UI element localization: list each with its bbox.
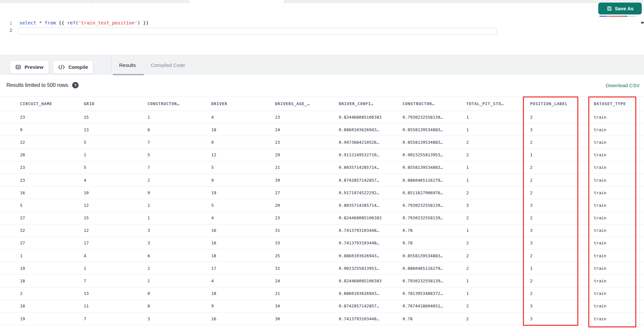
table-cell: 12 (84, 228, 147, 233)
table-cell: 0.8742857142857… (339, 178, 402, 183)
table-cell: 0.824468085106383 (339, 215, 402, 220)
table-cell: 1 (147, 203, 211, 208)
table-cell: 0.9023255813953… (339, 266, 402, 271)
table-cell: 0.7413793103448… (339, 241, 402, 245)
table-cell: 9 (147, 190, 211, 195)
table-cell: 4 (211, 115, 275, 120)
table-cell: 0.78 (402, 241, 466, 245)
annotation-box-dataset-type (588, 96, 636, 327)
table-cell: 0.7813953488372… (402, 291, 466, 296)
table-cell: 16 (211, 228, 275, 233)
table-cell: 2 (147, 266, 211, 271)
table-cell: 28 (20, 152, 84, 157)
table-cell: 0.8035714285714… (339, 203, 402, 208)
code-icon (58, 65, 65, 70)
table-cell: 0.8860103626943… (339, 291, 402, 296)
table-cell: 32 (20, 228, 84, 233)
table-cell: 12 (84, 203, 147, 208)
table-cell: 0.824468085106383 (339, 278, 402, 283)
active-file-tab[interactable] (189, 0, 284, 3)
table-cell: 2 (466, 316, 530, 321)
table-cell: 5 (20, 203, 84, 208)
table-cell: 19 (20, 316, 84, 321)
results-limit-note: Results limited to 500 rows. (6, 82, 70, 88)
table-cell: 0.7413793103448… (339, 228, 402, 233)
code-token: * (39, 20, 42, 25)
table-cell: 2 (466, 152, 530, 157)
preview-button[interactable]: Preview (10, 60, 49, 74)
code-token: 'train_test_position' (78, 20, 137, 25)
table-cell: 22 (20, 140, 84, 145)
table-cell: 2 (20, 291, 84, 296)
annotation-box-position-label (523, 96, 578, 326)
help-icon[interactable]: ? (72, 82, 79, 88)
table-cell: 16 (211, 316, 275, 321)
table-cell: 20 (275, 203, 339, 208)
active-tab-underline (113, 74, 144, 75)
table-cell: 1 (147, 115, 211, 120)
table-cell: 9 (20, 127, 84, 132)
table-cell: 1 (84, 266, 147, 271)
table-cell: 0.8860465116279… (402, 178, 466, 183)
table-cell: 23 (275, 215, 339, 220)
table-cell: 7 (147, 140, 211, 145)
tab-results[interactable]: Results (119, 55, 136, 75)
table-cell: 0.8558139534883… (402, 140, 466, 145)
table-cell: 1 (466, 127, 530, 132)
code-line[interactable]: select * from {{ ref('train_test_positio… (19, 20, 149, 25)
table-cell: 7 (84, 316, 147, 321)
save-as-button[interactable]: Save As (598, 3, 642, 14)
table-cell: 2 (147, 178, 211, 183)
table-cell: 1 (147, 278, 211, 283)
table-cell: 1 (466, 291, 530, 296)
table-cell: 25 (275, 253, 339, 258)
table-cell: 2 (466, 190, 530, 195)
table-cell: 1 (466, 178, 530, 183)
compile-label: Compile (68, 64, 88, 70)
editor-minimap[interactable] (598, 15, 642, 23)
tab-divider (91, 0, 91, 3)
table-cell: 0.8860103626943… (339, 253, 402, 258)
tab-results-label: Results (119, 62, 136, 68)
table-cell: 2 (466, 304, 530, 308)
column-header: DRIVER_CONFI… (339, 101, 402, 106)
table-cell: 23 (275, 140, 339, 145)
cursor-line-box[interactable] (18, 28, 497, 35)
table-cell: 27 (20, 215, 84, 220)
table-cell: 1 (466, 115, 530, 120)
table-cell: 15 (84, 115, 147, 120)
table-cell: 0.8558139534883… (402, 127, 466, 132)
table-cell: 3 (147, 241, 211, 245)
table-cell: 19 (211, 190, 275, 195)
code-token: from (45, 20, 56, 25)
table-cell: 24 (275, 278, 339, 283)
table-cell: 6 (147, 253, 211, 258)
table-cell: 24 (275, 127, 339, 132)
table-cell: 0.7674418604651… (402, 304, 466, 308)
table-cell: 13 (84, 127, 147, 132)
scrollbar-marker[interactable] (641, 22, 644, 23)
table-cell: 2 (466, 241, 530, 245)
table-cell: 2 (466, 215, 530, 220)
table-grid-icon (15, 64, 21, 70)
table-cell: 0.8860103626943… (339, 127, 402, 132)
download-csv-link[interactable]: Download CSV (606, 83, 639, 88)
sql-editor[interactable]: 1 2 select * from {{ ref('train_test_pos… (0, 3, 596, 55)
file-tab-strip[interactable] (0, 0, 644, 3)
compile-button[interactable]: Compile (53, 60, 93, 74)
table-cell: 4 (211, 278, 275, 283)
code-token (42, 20, 45, 25)
help-glyph: ? (74, 83, 77, 88)
table-cell: 1 (20, 253, 84, 258)
table-cell: 12 (211, 152, 275, 157)
table-cell: 0.78 (402, 228, 466, 233)
table-cell: 9 (211, 178, 275, 183)
table-cell: 0.8860465116279… (402, 266, 466, 271)
table-cell: 0.8035714285714… (339, 165, 402, 170)
table-cell: 21 (275, 165, 339, 170)
tab-compiled-code[interactable]: Compiled Code (151, 55, 185, 75)
save-icon (607, 6, 612, 11)
table-cell: 0.9023255813953… (402, 152, 466, 157)
code-token: ) }} (137, 20, 149, 25)
table-cell: 7 (147, 165, 211, 170)
